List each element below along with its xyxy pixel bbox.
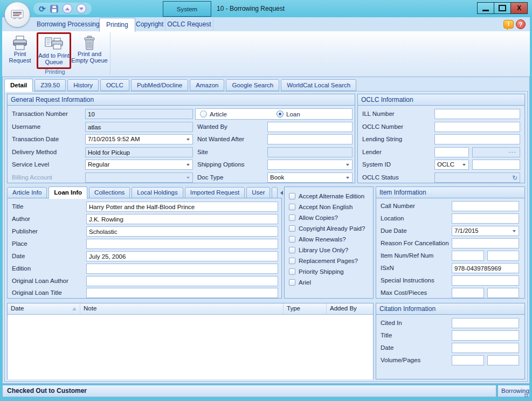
notes-table-body[interactable] bbox=[8, 315, 373, 379]
checkbox-allow-copies[interactable]: Allow Copies? bbox=[289, 213, 338, 223]
refresh-icon[interactable]: ⟳ bbox=[39, 5, 46, 13]
date-field[interactable] bbox=[86, 251, 278, 261]
original-loan-title-field[interactable] bbox=[86, 288, 278, 298]
cited-in-field[interactable] bbox=[452, 318, 519, 328]
author-field[interactable] bbox=[86, 214, 278, 224]
notes-col-note[interactable]: Note bbox=[80, 303, 284, 314]
print-and-empty-queue-button[interactable]: Print and Empty Queue bbox=[71, 32, 108, 66]
delivery-method-field[interactable] bbox=[85, 147, 193, 157]
tab-pubmed-docline[interactable]: PubMed/Docline bbox=[131, 79, 188, 91]
notes-col-type[interactable]: Type bbox=[284, 303, 327, 314]
tab-worldcat-local-search[interactable]: WorldCat Local Search bbox=[281, 79, 356, 91]
tab-article-info[interactable]: Article Info bbox=[7, 187, 47, 198]
checkbox-allow-renewals[interactable]: Allow Renewals? bbox=[289, 234, 346, 244]
lender-field[interactable] bbox=[434, 147, 469, 157]
radio-loan[interactable]: Loan bbox=[277, 109, 300, 119]
max-cost-field[interactable] bbox=[452, 288, 484, 298]
maximize-button[interactable] bbox=[494, 2, 511, 14]
tab-loan-info[interactable]: Loan Info bbox=[49, 186, 87, 199]
system-id-number-field[interactable] bbox=[472, 160, 520, 170]
volume-field[interactable] bbox=[452, 355, 484, 365]
due-date-combo[interactable]: 7/1/2015 bbox=[452, 226, 519, 236]
citation-date-field[interactable] bbox=[452, 343, 519, 353]
ref-num-field[interactable] bbox=[487, 251, 519, 261]
service-level-combo[interactable]: Regular bbox=[85, 160, 193, 170]
isxn-field[interactable] bbox=[452, 263, 519, 273]
info-icon[interactable]: i bbox=[503, 20, 514, 29]
checkbox-accept-alternate-edition[interactable]: Accept Alternate Edition bbox=[289, 191, 364, 201]
publisher-field[interactable] bbox=[86, 226, 278, 237]
lending-string-field[interactable] bbox=[434, 134, 520, 144]
print-request-button[interactable]: Print Request bbox=[5, 32, 34, 66]
help-icon[interactable]: ? bbox=[516, 19, 526, 29]
minimize-button[interactable] bbox=[477, 2, 494, 14]
shipping-options-combo[interactable] bbox=[267, 160, 353, 170]
ribbon-tab-oclc-request[interactable]: OCLC Request bbox=[165, 18, 213, 31]
pieces-field[interactable] bbox=[487, 288, 519, 298]
username-field[interactable] bbox=[85, 122, 193, 132]
checkbox-priority-shipping[interactable]: Priority Shipping bbox=[289, 267, 344, 276]
document-tab-bar: Detail Z39.50 History OCLC PubMed/Doclin… bbox=[4, 79, 356, 91]
place-label: Place bbox=[12, 239, 27, 249]
ribbon-tab-copyright[interactable]: Copyright bbox=[129, 18, 170, 31]
pages-field[interactable] bbox=[487, 355, 519, 365]
transaction-number-label: Transaction Number bbox=[12, 109, 68, 119]
radio-article[interactable]: Article bbox=[200, 109, 227, 119]
title-field[interactable] bbox=[86, 202, 278, 212]
transaction-date-combo[interactable]: 7/10/2015 9:52 AM bbox=[85, 134, 193, 144]
checkbox-library-use-only[interactable]: Library Use Only? bbox=[289, 245, 348, 255]
max-cost-pieces-label: Max Cost/Pieces bbox=[381, 288, 427, 298]
notes-col-added-by[interactable]: Added By bbox=[327, 303, 373, 314]
call-number-field[interactable] bbox=[452, 201, 519, 211]
checkbox-icon bbox=[289, 204, 295, 210]
checkbox-accept-non-english[interactable]: Accept Non English bbox=[289, 202, 353, 212]
checkbox-ariel[interactable]: Ariel bbox=[289, 278, 311, 287]
tab-oclc[interactable]: OCLC bbox=[100, 79, 129, 91]
close-button[interactable]: X bbox=[510, 2, 528, 14]
tab-history[interactable]: History bbox=[67, 79, 99, 91]
place-field[interactable] bbox=[86, 239, 278, 249]
reason-for-cancellation-label: Reason For Cancellation bbox=[381, 238, 449, 248]
collapse-up-icon[interactable] bbox=[63, 4, 72, 13]
save-icon[interactable] bbox=[50, 5, 58, 13]
notes-col-date[interactable]: Date bbox=[8, 303, 80, 314]
wanted-by-field[interactable] bbox=[267, 122, 353, 132]
tab-collections[interactable]: Collections bbox=[89, 187, 130, 198]
doc-type-combo[interactable]: Book bbox=[267, 172, 353, 183]
resize-grip[interactable] bbox=[527, 393, 528, 395]
special-instructions-field[interactable] bbox=[452, 275, 519, 286]
not-wanted-after-field[interactable] bbox=[267, 134, 353, 144]
transaction-number-field[interactable] bbox=[85, 109, 193, 119]
citation-title-field[interactable] bbox=[452, 330, 519, 341]
due-date-label: Due Date bbox=[381, 226, 407, 236]
system-id-combo[interactable]: OCLC bbox=[434, 160, 469, 170]
tab-local-holdings[interactable]: Local Holdings bbox=[132, 187, 183, 198]
ill-number-field[interactable] bbox=[434, 109, 520, 119]
tab-imported-request[interactable]: Imported Request bbox=[185, 187, 245, 198]
tab-detail[interactable]: Detail bbox=[4, 79, 33, 92]
tab-google-search[interactable]: Google Search bbox=[226, 79, 279, 91]
tab-z3950[interactable]: Z39.50 bbox=[34, 79, 66, 91]
original-loan-author-field[interactable] bbox=[86, 276, 278, 286]
reason-for-cancellation-field[interactable] bbox=[452, 238, 519, 248]
tab-user[interactable]: User bbox=[246, 187, 270, 198]
oclc-number-field[interactable] bbox=[434, 122, 520, 132]
expand-down-icon[interactable] bbox=[77, 4, 86, 13]
item-num-field[interactable] bbox=[452, 251, 484, 261]
ribbon-tab-printing[interactable]: Printing bbox=[99, 18, 135, 32]
checkbox-copyright-already-paid[interactable]: Copyright Already Paid? bbox=[289, 224, 365, 233]
tab-scroll-left-icon[interactable] bbox=[280, 191, 283, 195]
add-to-print-queue-button[interactable]: Add to Print Queue bbox=[37, 32, 71, 69]
checkbox-replacement-pages[interactable]: Replacement Pages? bbox=[289, 256, 358, 266]
printer-icon bbox=[11, 33, 29, 51]
edition-field[interactable] bbox=[86, 264, 278, 274]
tab-amazon[interactable]: Amazon bbox=[190, 79, 224, 91]
location-field[interactable] bbox=[452, 213, 519, 224]
tab-copy[interactable]: Copy bbox=[272, 187, 278, 198]
application-menu-button[interactable] bbox=[4, 2, 30, 27]
lender-label: Lender bbox=[362, 147, 382, 157]
site-field[interactable] bbox=[267, 147, 353, 157]
lender-browse-button[interactable]: ··· bbox=[472, 147, 520, 157]
ribbon-tab-borrowing-processing[interactable]: Borrowing Processing bbox=[30, 18, 106, 31]
refresh-status-icon[interactable]: ↻ bbox=[512, 174, 517, 183]
